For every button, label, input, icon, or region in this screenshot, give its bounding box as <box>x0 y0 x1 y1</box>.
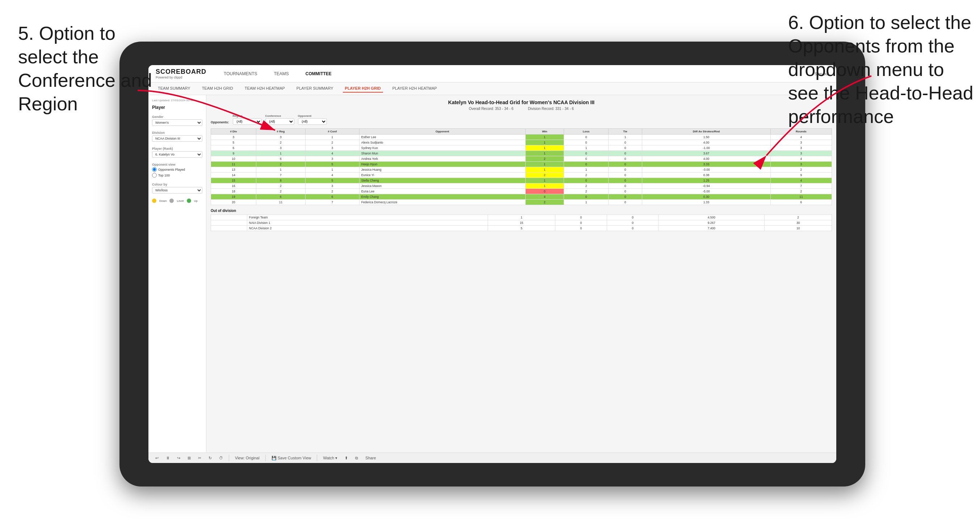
table-row: 0 <box>609 140 642 145</box>
th-win: Win <box>525 129 564 135</box>
table-row: 1 <box>525 135 564 140</box>
main-content: Last Updated: 27/03/2024 00:44 Player Ge… <box>148 95 836 452</box>
table-row: 1 <box>305 135 359 140</box>
table-row: 11 <box>211 162 256 167</box>
clock-btn[interactable]: ⏱ <box>218 455 224 461</box>
region-filter-group: Region (All) <box>233 114 262 125</box>
table-row: 0 <box>609 162 642 167</box>
table-row: 5 <box>305 178 359 183</box>
table-row: 1 <box>305 167 359 173</box>
table-row: 3 <box>305 183 359 189</box>
logo-area: SCOREBOARD Powered by clippd <box>156 68 206 79</box>
grid-btn[interactable]: ⊞ <box>186 455 192 461</box>
sub-nav-team-summary[interactable]: TEAM SUMMARY <box>156 85 192 93</box>
table-row: 15 <box>488 220 555 226</box>
share-btn[interactable]: Share <box>364 455 377 461</box>
top100-radio[interactable]: Top 100 <box>152 173 202 178</box>
sub-nav-player-summary[interactable]: PLAYER SUMMARY <box>294 85 336 93</box>
pause-btn[interactable]: ⏸ <box>164 455 171 461</box>
nav-teams[interactable]: TEAMS <box>271 70 291 78</box>
table-row: 0 <box>564 151 609 156</box>
th-opponent: Opponent <box>359 129 525 135</box>
view-original-btn[interactable]: View: Original <box>234 455 261 461</box>
table-row: Heejo Hyun <box>359 162 525 167</box>
table-row: 4 <box>770 178 832 183</box>
sidebar-division-section: Division NCAA Division III <box>152 131 202 142</box>
table-row: 0 <box>607 220 659 226</box>
opponents-played-label: Opponents Played <box>158 168 185 171</box>
table-row: 0 <box>525 189 564 194</box>
tablet-screen: SCOREBOARD Powered by clippd TOURNAMENTS… <box>148 65 836 463</box>
table-row: 2 <box>765 215 832 220</box>
export-btn[interactable]: ⬆ <box>343 455 349 461</box>
gender-select[interactable]: Women's <box>152 119 202 126</box>
top100-label: Top 100 <box>158 174 170 177</box>
table-row: 20 <box>211 200 256 205</box>
table-row: 4.500 <box>659 215 765 220</box>
table-row: 3.33 <box>642 162 771 167</box>
table-row: 0 <box>609 194 642 200</box>
table-row: 1 <box>525 167 564 173</box>
table-row: 1 <box>525 178 564 183</box>
table-row: 7 <box>770 183 832 189</box>
table-row: 2 <box>305 140 359 145</box>
th-loss: Loss <box>564 129 609 135</box>
table-row: 4 <box>305 151 359 156</box>
table-row: 5 <box>305 162 359 167</box>
undo-btn[interactable]: ↩ <box>154 455 160 461</box>
copy-btn[interactable]: ⧉ <box>354 455 360 461</box>
table-row: Emily Chang <box>359 194 525 200</box>
table-row: 0 <box>564 194 609 200</box>
sidebar-player-section: Player <box>152 105 202 110</box>
opponent-filter-select[interactable]: (All) <box>298 118 327 125</box>
table-row: Sydney Kuo <box>359 145 525 151</box>
table-row: 0 <box>564 135 609 140</box>
sub-nav-team-h2h-heatmap[interactable]: TEAM H2H HEATMAP <box>243 85 287 93</box>
cut-btn[interactable]: ✂ <box>197 455 203 461</box>
nav-committee[interactable]: COMMITTEE <box>303 70 334 78</box>
table-row: 0 <box>609 178 642 183</box>
data-area: Katelyn Vo Head-to-Head Grid for Women's… <box>206 95 836 452</box>
table-row: Foreign Team <box>247 215 488 220</box>
sidebar: Last Updated: 27/03/2024 00:44 Player Ge… <box>148 95 206 452</box>
colour-by-select[interactable]: Win/loss <box>152 187 202 194</box>
table-row: 1 <box>564 145 609 151</box>
division-select[interactable]: NCAA Division III <box>152 135 202 142</box>
table-row: 0 <box>609 156 642 162</box>
table-row: 3 <box>211 135 256 140</box>
sub-nav-player-h2h-heatmap[interactable]: PLAYER H2H HEATMAP <box>390 85 439 93</box>
table-row: 2 <box>305 189 359 194</box>
main-table: # Div # Reg # Conf Opponent Win Loss Tie… <box>211 129 832 205</box>
table-row: 0 <box>609 167 642 173</box>
table-row: 13 <box>211 167 256 173</box>
sidebar-player-label: Player <box>152 105 202 110</box>
region-filter-select[interactable]: (All) <box>233 118 262 125</box>
table-row: 3.67 <box>642 151 771 156</box>
table-row: Andrea York <box>359 156 525 162</box>
table-row: 0 <box>609 189 642 194</box>
table-row: 2 <box>770 189 832 194</box>
table-row: 0 <box>607 215 659 220</box>
colour-by-label: Colour by <box>152 183 202 186</box>
player-rank-select[interactable]: 6. Katelyn Vo <box>152 151 202 158</box>
nav-tournaments[interactable]: TOURNAMENTS <box>221 70 260 78</box>
table-row: 9.267 <box>659 220 765 226</box>
table-row: 18 <box>211 189 256 194</box>
out-of-division-title: Out of division <box>211 209 832 213</box>
table-row: 3 <box>770 140 832 145</box>
opponents-filter-label: Opponents: <box>211 121 229 125</box>
redo-btn[interactable]: ↪ <box>176 455 182 461</box>
watch-btn[interactable]: Watch ▾ <box>321 455 339 461</box>
rotate-btn[interactable]: ↻ <box>207 455 213 461</box>
table-row: 2 <box>256 140 305 145</box>
report-title: Katelyn Vo Head-to-Head Grid for Women's… <box>211 100 832 105</box>
table-row: 3 <box>256 135 305 140</box>
save-custom-btn[interactable]: 💾 Save Custom View <box>270 455 313 461</box>
conference-filter-select[interactable]: (All) <box>266 118 294 125</box>
opponents-played-radio[interactable]: Opponents Played <box>152 167 202 172</box>
sub-nav-player-h2h-grid[interactable]: PLAYER H2H GRID <box>343 85 383 93</box>
table-row: 2 <box>256 162 305 167</box>
sidebar-gender-section: Gender Women's <box>152 115 202 126</box>
table-row: 1 <box>488 215 555 220</box>
sub-nav-team-h2h-grid[interactable]: TEAM H2H GRID <box>200 85 235 93</box>
